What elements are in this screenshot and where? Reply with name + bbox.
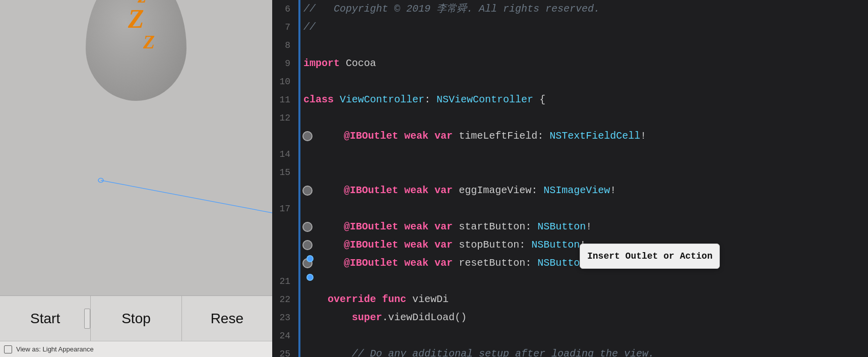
bottom-bar: View as: Light Appearance: [0, 341, 272, 357]
view-label: View as: Light Appearance: [16, 345, 94, 353]
svg-line-0: [101, 181, 272, 213]
line-content-18: @IBOutlet weak var startButton: NSButton…: [315, 218, 868, 236]
line-num-10: 10: [272, 73, 298, 91]
outlet-circle-16: [302, 186, 313, 196]
start-button-label: Start: [30, 311, 60, 327]
code-line-25: 25 // Do any additional setup after load…: [272, 345, 868, 357]
line-content-9: import Cocoa: [298, 54, 868, 73]
line-content-16: @IBOutlet weak var eggImageView: NSImage…: [315, 182, 868, 200]
outlet-circle-19: [302, 240, 313, 250]
code-line-18: @IBOutlet weak var startButton: NSButton…: [272, 218, 868, 236]
line-num-25: 25: [272, 345, 298, 357]
line-num-24: 24: [272, 327, 298, 345]
line-num-12: 12: [272, 109, 298, 127]
start-button[interactable]: Start: [0, 296, 91, 341]
line-content-19: @IBOutlet weak var stopButton: NSButton!: [315, 236, 868, 254]
code-line-16: @IBOutlet weak var eggImageView: NSImage…: [272, 182, 868, 200]
code-line-7: 7 //: [272, 18, 868, 36]
code-line-10: 10: [272, 73, 868, 91]
z-letter-3: Z: [143, 32, 155, 51]
code-line-24: 24: [272, 327, 868, 345]
line-content-7: //: [298, 18, 868, 36]
line-num-22: 22: [272, 290, 298, 309]
code-lines: 6 // Copyright © 2019 李常舜. All rights re…: [272, 0, 868, 357]
z-letter-2: Z: [128, 6, 155, 32]
line-content-22: override func viewDi: [298, 290, 868, 309]
outlet-circle-13: [302, 131, 313, 141]
line-num-11: 11: [272, 91, 298, 109]
egg-zzz: z Z Z: [128, 0, 155, 51]
conn-dot-start: [306, 255, 314, 262]
line-content-25: // Do any additional setup after loading…: [298, 345, 868, 357]
button-row: Start Stop Rese: [0, 295, 272, 341]
outlet-circle-18: [302, 222, 313, 232]
egg-shape: z Z Z: [86, 0, 187, 101]
code-line-17: 17: [272, 200, 868, 218]
code-line-9: 9 import Cocoa: [272, 54, 868, 73]
egg-container: z Z Z: [81, 0, 192, 121]
view-checkbox[interactable]: [4, 345, 12, 353]
code-line-15: 15: [272, 163, 868, 182]
line-num-21: 21: [272, 272, 298, 290]
slider-handle[interactable]: [84, 309, 90, 329]
interface-builder-panel: z Z Z Start Stop Rese Vi: [0, 0, 272, 357]
stop-button-label: Stop: [121, 311, 151, 327]
line-num-8: 8: [272, 36, 298, 54]
ib-canvas: z Z Z: [0, 0, 272, 295]
code-line-23: 23 super.viewDidLoad(): [272, 309, 868, 327]
svg-point-1: [98, 178, 103, 182]
line-num-17: 17: [272, 200, 298, 218]
code-line-19: @IBOutlet weak var stopButton: NSButton!: [272, 236, 868, 254]
reset-button-label: Rese: [211, 311, 243, 327]
line-num-6: 6: [272, 0, 298, 18]
line-num-15: 15: [272, 163, 298, 182]
line-content-11: class ViewController: NSViewController {: [298, 91, 868, 109]
code-line-13: @IBOutlet weak var timeLeftField: NSText…: [272, 127, 868, 145]
line-num-7: 7: [272, 18, 298, 36]
code-editor[interactable]: 6 // Copyright © 2019 李常舜. All rights re…: [272, 0, 868, 357]
line-content-23: super.viewDidLoad(): [298, 309, 868, 327]
conn-dot-end: [306, 274, 314, 281]
line-num-14: 14: [272, 145, 298, 163]
code-editor-panel: 6 // Copyright © 2019 李常舜. All rights re…: [272, 0, 868, 357]
code-line-6: 6 // Copyright © 2019 李常舜. All rights re…: [272, 0, 868, 18]
code-line-21: 21: [272, 272, 868, 290]
code-line-22: 22 override func viewDi: [272, 290, 868, 309]
code-line-12: 12: [272, 109, 868, 127]
line-content-13: @IBOutlet weak var timeLeftField: NSText…: [315, 127, 868, 145]
active-line-indicator: [298, 0, 300, 357]
line-content-6: // Copyright © 2019 李常舜. All rights rese…: [298, 0, 868, 18]
line-content-20: @IBOutlet weak var resetButton: NSButton…: [315, 254, 868, 272]
line-num-9: 9: [272, 54, 298, 73]
code-line-8: 8: [272, 36, 868, 54]
code-line-20: @IBOutlet weak var resetButton: NSButton…: [272, 254, 868, 272]
line-num-23: 23: [272, 309, 298, 327]
code-line-11: 11 class ViewController: NSViewControlle…: [272, 91, 868, 109]
stop-button[interactable]: Stop: [91, 296, 181, 341]
reset-button[interactable]: Rese: [182, 296, 272, 341]
code-line-14: 14: [272, 145, 868, 163]
